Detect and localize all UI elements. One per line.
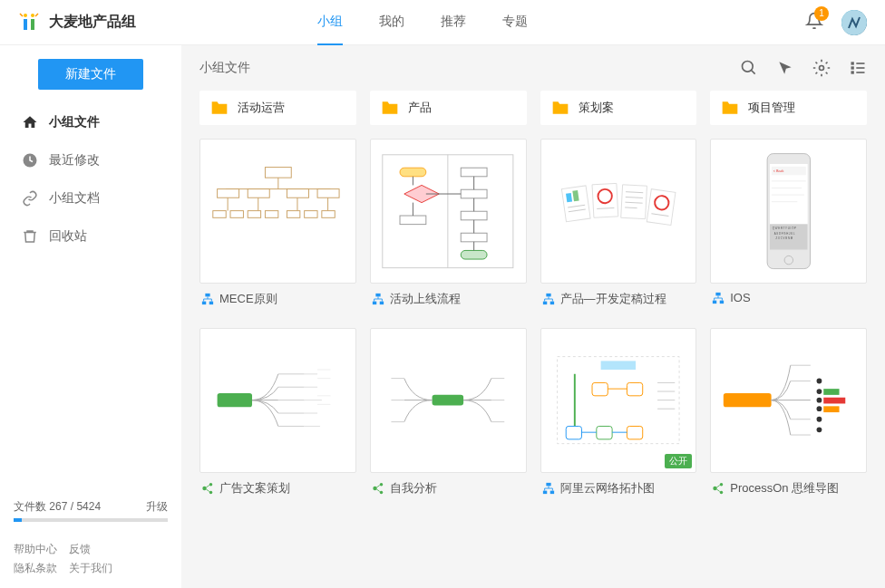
svg-rect-36: [400, 216, 426, 225]
svg-rect-111: [546, 483, 550, 487]
gear-icon[interactable]: [812, 59, 831, 77]
folder-item[interactable]: 策划案: [540, 91, 697, 125]
svg-rect-10: [851, 71, 854, 73]
notification-button[interactable]: 1: [805, 12, 823, 34]
svg-rect-114: [724, 393, 772, 407]
svg-rect-53: [621, 185, 647, 219]
svg-text:Z X C V B N M: Z X C V B N M: [775, 236, 793, 240]
new-file-button[interactable]: 新建文件: [38, 59, 143, 90]
svg-rect-113: [549, 491, 553, 495]
svg-rect-79: [720, 300, 724, 304]
help-link[interactable]: 帮助中心: [14, 543, 57, 555]
upgrade-link[interactable]: 升级: [146, 499, 168, 515]
svg-point-98: [380, 491, 384, 495]
svg-rect-43: [373, 302, 376, 305]
tab-group[interactable]: 小组: [317, 0, 343, 45]
svg-rect-7: [856, 63, 864, 64]
feedback-link[interactable]: 反馈: [69, 543, 91, 555]
svg-rect-28: [304, 211, 316, 218]
folder-item[interactable]: 项目管理: [710, 91, 867, 125]
privacy-link[interactable]: 隐私条款: [14, 562, 57, 574]
file-item[interactable]: ProcessOn 思维导图: [710, 328, 867, 504]
svg-rect-123: [823, 398, 845, 404]
svg-rect-17: [287, 189, 308, 198]
tab-topics[interactable]: 专题: [502, 0, 528, 45]
svg-rect-24: [230, 211, 243, 218]
file-name: IOS: [730, 291, 750, 304]
svg-rect-25: [248, 211, 260, 218]
svg-rect-77: [716, 292, 721, 295]
file-name: 广告文案策划: [219, 480, 290, 496]
flowchart-icon: [542, 482, 555, 495]
svg-point-120: [816, 390, 822, 395]
flowchart-icon: [542, 293, 555, 305]
folder-item[interactable]: 活动运营: [199, 91, 356, 125]
folder-name: 活动运营: [238, 100, 285, 116]
flowchart-icon: [372, 293, 384, 305]
storage-label: 文件数 267 / 5424: [14, 499, 101, 515]
file-item[interactable]: 自我分析: [370, 328, 527, 504]
file-name: 活动上线流程: [390, 291, 461, 307]
svg-rect-78: [713, 300, 716, 304]
tab-recommend[interactable]: 推荐: [441, 0, 466, 45]
file-thumbnail: [199, 139, 356, 284]
sidebar-item-label: 小组文件: [49, 114, 100, 130]
svg-point-124: [816, 407, 822, 412]
svg-point-126: [816, 417, 822, 422]
svg-rect-62: [542, 302, 546, 305]
svg-point-0: [24, 14, 27, 17]
sidebar-item-docs[interactable]: 小组文档: [0, 179, 181, 217]
folder-name: 产品: [408, 100, 432, 116]
file-item[interactable]: 产品—开发定稿过程: [540, 139, 697, 314]
mindmap-icon: [712, 482, 725, 495]
tab-mine[interactable]: 我的: [379, 0, 404, 45]
file-thumbnail: [370, 139, 527, 284]
file-item[interactable]: < BackQ W E R T Y U I O PA S D F G H J K…: [710, 139, 867, 314]
svg-point-1: [31, 14, 34, 17]
logo-area: 大麦地产品组: [18, 12, 317, 34]
about-link[interactable]: 关于我们: [69, 562, 112, 574]
svg-rect-63: [549, 302, 553, 305]
sidebar-item-label: 最近修改: [49, 152, 100, 169]
file-item[interactable]: 公开 阿里云网络拓扑图: [540, 328, 697, 504]
file-thumbnail: [710, 328, 867, 473]
folder-item[interactable]: 产品: [370, 91, 527, 125]
svg-rect-16: [248, 189, 269, 198]
home-icon: [22, 114, 38, 130]
svg-rect-121: [823, 390, 839, 396]
svg-rect-11: [856, 72, 864, 73]
file-item[interactable]: 广告文案策划: [199, 328, 356, 504]
link-icon: [22, 190, 38, 207]
svg-rect-102: [627, 383, 642, 396]
nav-tabs: 小组 我的 推荐 专题: [317, 0, 805, 45]
sidebar-item-recent[interactable]: 最近修改: [0, 141, 181, 179]
svg-rect-23: [212, 211, 225, 218]
svg-point-128: [714, 487, 717, 490]
sidebar-item-trash[interactable]: 回收站: [0, 217, 181, 255]
search-icon[interactable]: [740, 59, 758, 77]
notification-badge: 1: [814, 6, 829, 21]
cursor-icon[interactable]: [776, 59, 794, 77]
avatar[interactable]: [841, 10, 867, 35]
file-thumbnail: [540, 139, 697, 284]
logo-icon: [18, 12, 40, 34]
main-header: 小组文件: [199, 59, 867, 77]
file-item[interactable]: 活动上线流程: [370, 139, 527, 314]
svg-rect-100: [601, 361, 636, 371]
svg-point-97: [380, 483, 384, 487]
svg-point-86: [202, 487, 206, 490]
svg-rect-31: [202, 302, 206, 305]
flowchart-icon: [712, 292, 725, 304]
svg-rect-12: [265, 168, 291, 178]
svg-rect-112: [542, 491, 546, 495]
storage-info: 文件数 267 / 5424 升级: [0, 490, 181, 531]
list-view-icon[interactable]: [849, 59, 867, 77]
svg-rect-32: [209, 302, 213, 305]
file-item[interactable]: MECE原则: [199, 139, 356, 314]
sidebar-item-group-files[interactable]: 小组文件: [0, 103, 181, 141]
svg-rect-15: [217, 189, 238, 198]
svg-point-129: [720, 483, 724, 487]
svg-rect-27: [287, 211, 299, 218]
header: 大麦地产品组 小组 我的 推荐 专题 1: [0, 0, 885, 45]
file-name: 阿里云网络拓扑图: [560, 480, 655, 496]
